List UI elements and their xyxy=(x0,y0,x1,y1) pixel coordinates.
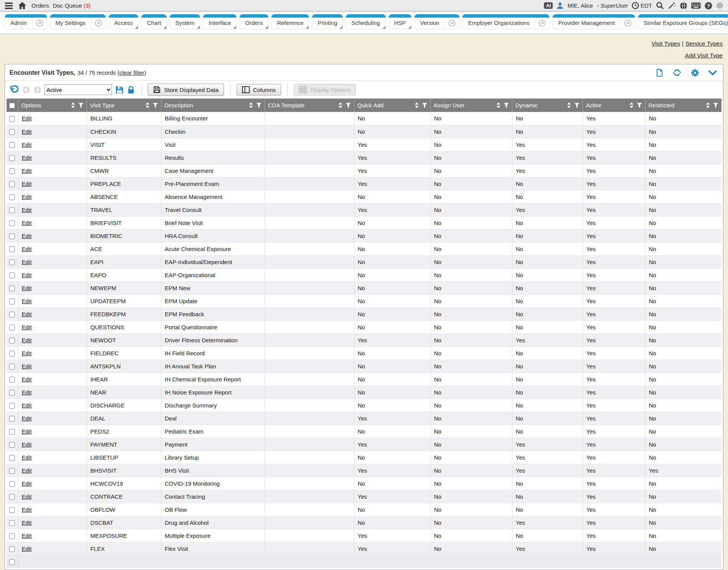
sort-icon[interactable] xyxy=(249,102,253,108)
select-all-checkbox[interactable] xyxy=(9,103,15,108)
column-header-cda-template[interactable]: CDA Template xyxy=(265,99,354,112)
tab-open-icon-wrap[interactable] xyxy=(535,18,549,29)
save-filter-icon[interactable] xyxy=(115,85,124,94)
row-checkbox[interactable] xyxy=(9,286,15,291)
edit-link[interactable]: Edit xyxy=(22,376,32,383)
column-header-active[interactable]: Active xyxy=(583,99,645,112)
row-checkbox[interactable] xyxy=(9,442,15,448)
tab-open-icon-wrap[interactable] xyxy=(445,18,459,29)
tab[interactable]: Reference xyxy=(271,14,309,29)
edit-link[interactable]: Edit xyxy=(22,532,32,539)
column-header-options[interactable]: Options xyxy=(18,99,87,112)
column-header-quick-add[interactable]: Quick Add xyxy=(354,99,430,112)
tab[interactable]: Interface xyxy=(203,14,237,29)
filter-funnel-icon[interactable] xyxy=(504,103,509,108)
edit-link[interactable]: Edit xyxy=(22,298,32,304)
row-checkbox[interactable] xyxy=(9,468,15,474)
edit-link[interactable]: Edit xyxy=(22,415,32,422)
edit-link[interactable]: Edit xyxy=(22,389,32,396)
tab-open-icon-wrap[interactable] xyxy=(91,18,105,29)
filter-funnel-icon[interactable] xyxy=(256,103,262,108)
ai-badge[interactable]: AI xyxy=(544,2,553,9)
hamburger-menu-icon[interactable] xyxy=(5,2,13,9)
row-checkbox[interactable] xyxy=(9,390,15,396)
service-types-link[interactable]: Service Types xyxy=(685,40,723,47)
column-header-visit-type[interactable]: Visit Type xyxy=(87,99,161,112)
column-header-restricted[interactable]: Restricted xyxy=(645,99,721,112)
breadcrumb-orders[interactable]: Orders xyxy=(31,2,49,9)
magic-wand-icon[interactable] xyxy=(668,2,676,10)
tab-open-icon-wrap[interactable] xyxy=(32,18,47,29)
edit-link[interactable]: Edit xyxy=(22,141,32,148)
columns-button[interactable]: Columns xyxy=(237,84,281,95)
filter-funnel-icon[interactable] xyxy=(422,103,427,108)
undo-icon[interactable] xyxy=(9,85,19,95)
new-document-icon[interactable] xyxy=(656,69,663,77)
gear-icon[interactable] xyxy=(691,69,699,77)
edit-link[interactable]: Edit xyxy=(22,115,32,122)
sort-icon[interactable] xyxy=(145,102,150,108)
help-icon[interactable]: ? xyxy=(705,2,712,10)
next-page-icon[interactable] xyxy=(33,86,41,94)
row-checkbox[interactable] xyxy=(9,129,15,135)
edit-link[interactable]: Edit xyxy=(22,272,32,278)
row-checkbox[interactable] xyxy=(9,325,15,330)
filter-funnel-icon[interactable] xyxy=(637,103,642,108)
tab[interactable]: Scheduling xyxy=(346,14,385,29)
tab[interactable]: Orders xyxy=(239,14,268,29)
edit-link[interactable]: Edit xyxy=(22,506,32,513)
sort-icon[interactable] xyxy=(706,102,710,108)
row-checkbox[interactable] xyxy=(9,194,15,200)
home-icon[interactable] xyxy=(18,2,26,9)
row-checkbox[interactable] xyxy=(9,533,15,539)
tab[interactable]: HSP xyxy=(389,14,412,29)
filter-funnel-icon[interactable] xyxy=(713,103,718,108)
edit-link[interactable]: Edit xyxy=(22,350,32,356)
edit-link[interactable]: Edit xyxy=(22,519,32,526)
column-header-assign-user[interactable]: Assign User xyxy=(430,99,512,112)
edit-link[interactable]: Edit xyxy=(22,207,32,213)
tab[interactable]: Admin xyxy=(5,14,47,29)
row-checkbox[interactable] xyxy=(9,455,15,461)
footer-select-checkbox[interactable] xyxy=(9,559,15,565)
edit-link[interactable]: Edit xyxy=(22,467,32,474)
row-checkbox[interactable] xyxy=(9,155,15,161)
edit-link[interactable]: Edit xyxy=(22,181,32,187)
edit-link[interactable]: Edit xyxy=(22,337,32,343)
row-checkbox[interactable] xyxy=(9,233,15,239)
clear-filter-link[interactable]: clear filter xyxy=(119,69,144,76)
timezone-control[interactable]: EDT xyxy=(632,2,652,9)
refresh-icon[interactable] xyxy=(672,68,682,77)
row-checkbox[interactable] xyxy=(9,260,15,265)
tab[interactable]: Access xyxy=(109,14,138,29)
breadcrumb-doc-queue[interactable]: Doc Queue (3) xyxy=(53,2,91,9)
row-checkbox[interactable] xyxy=(9,142,15,148)
row-checkbox[interactable] xyxy=(9,364,15,370)
row-checkbox[interactable] xyxy=(9,403,15,409)
edit-link[interactable]: Edit xyxy=(22,545,32,552)
edit-link[interactable]: Edit xyxy=(22,480,32,487)
row-checkbox[interactable] xyxy=(9,507,15,513)
sort-icon[interactable] xyxy=(71,102,75,108)
tab-open-icon-wrap[interactable] xyxy=(620,18,635,29)
edit-link[interactable]: Edit xyxy=(22,220,32,226)
row-checkbox[interactable] xyxy=(9,168,15,174)
row-checkbox[interactable] xyxy=(9,246,15,252)
sort-icon[interactable] xyxy=(338,102,343,108)
previous-page-icon[interactable] xyxy=(22,86,30,94)
edit-link[interactable]: Edit xyxy=(22,128,32,135)
sort-icon[interactable] xyxy=(629,102,634,108)
row-checkbox[interactable] xyxy=(9,116,15,122)
tab[interactable]: Printing xyxy=(312,14,343,29)
row-checkbox[interactable] xyxy=(9,299,15,304)
edit-link[interactable]: Edit xyxy=(22,454,32,461)
row-checkbox[interactable] xyxy=(9,220,15,226)
edit-link[interactable]: Edit xyxy=(22,428,32,435)
row-checkbox[interactable] xyxy=(9,181,15,187)
column-header-description[interactable]: Description xyxy=(161,99,265,112)
filter-funnel-icon[interactable] xyxy=(78,103,84,108)
row-checkbox[interactable] xyxy=(9,416,15,422)
filter-funnel-icon[interactable] xyxy=(346,103,351,108)
edit-link[interactable]: Edit xyxy=(22,168,32,174)
tab[interactable]: System xyxy=(170,14,200,29)
